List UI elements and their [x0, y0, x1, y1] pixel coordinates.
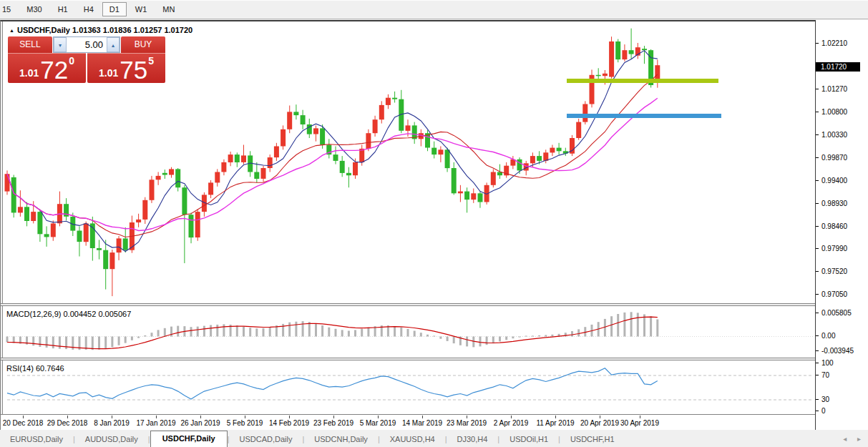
candle-body: [51, 223, 56, 237]
axis-label: 0.97050: [821, 290, 847, 298]
candle-body: [603, 74, 608, 76]
date-tick: [245, 416, 245, 418]
macd-histogram-bar: [439, 337, 442, 339]
rsi-chart-canvas[interactable]: [4, 360, 816, 414]
candle-body: [215, 172, 220, 183]
macd-histogram-bar: [321, 325, 323, 337]
macd-histogram-bar: [604, 319, 606, 337]
candle-body: [156, 176, 161, 180]
candle-body: [491, 172, 496, 185]
candle-body: [340, 161, 345, 173]
macd-histogram-bar: [545, 335, 547, 336]
tab-dj30-h4[interactable]: DJ30,H4: [447, 432, 498, 447]
ma-line-mid: [7, 74, 658, 237]
tab-usdoil-h1[interactable]: USDOil,H1: [499, 432, 558, 447]
hline-object[interactable]: [567, 114, 721, 118]
macd-histogram-bar: [361, 329, 363, 337]
macd-pane-splitter[interactable]: [1, 303, 816, 306]
macd-indicator-label: MACD(12,26,9) 0.004452 0.005067: [6, 310, 131, 318]
period-button-m30[interactable]: M30: [19, 2, 49, 16]
candle-body: [438, 149, 443, 154]
candle-body: [464, 192, 469, 200]
candle-body: [169, 169, 174, 175]
tab-scroll-left-icon[interactable]: ◂: [843, 435, 847, 443]
buy-price-prefix: 1.01: [99, 67, 118, 79]
macd-histogram-bar: [525, 336, 527, 337]
candle-body: [175, 169, 180, 187]
tab-scroll-right-icon[interactable]: ▸: [857, 435, 861, 443]
macd-histogram-bar: [630, 312, 633, 336]
buy-price-main: 75: [120, 59, 147, 81]
sell-button[interactable]: SELL: [8, 36, 52, 53]
macd-histogram-bar: [144, 335, 146, 337]
macd-histogram-bar: [643, 315, 645, 337]
axis-label: -0.003945: [821, 347, 854, 355]
timeframe-toolbar: 15M30H1H4D1W1MN: [0, 0, 868, 19]
candle-body: [392, 98, 397, 99]
axis-tick: [816, 112, 819, 112]
candle-body: [44, 234, 49, 237]
candle-body: [346, 173, 351, 175]
candle-body: [254, 172, 259, 180]
macd-histogram-bar: [203, 326, 205, 337]
candle-body: [353, 162, 358, 175]
axis-label: 0.97990: [821, 245, 847, 252]
tab-audusd-daily[interactable]: AUDUSD,Daily: [75, 432, 148, 447]
price-axis[interactable]: 1.022101.012701.008001.003300.998700.994…: [815, 20, 868, 430]
macd-histogram-bar: [453, 337, 455, 344]
macd-histogram-bar: [249, 328, 251, 336]
period-button-d1[interactable]: D1: [102, 2, 127, 16]
candle-body: [557, 148, 562, 152]
candle-body: [293, 112, 298, 115]
symbol-collapse-icon[interactable]: ▲: [9, 28, 14, 33]
macd-histogram-bar: [98, 337, 100, 350]
buy-price-button[interactable]: 1.01 75 5: [87, 53, 165, 83]
axis-tick: [816, 399, 819, 400]
candle-body: [84, 223, 89, 242]
candle-body: [373, 119, 378, 133]
macd-histogram-bar: [177, 326, 179, 337]
axis-tick: [816, 134, 819, 135]
volume-increase-icon[interactable]: ▴: [107, 37, 120, 52]
tab-usdchf-daily[interactable]: USDCHF,Daily: [150, 431, 228, 447]
period-button-15[interactable]: 15: [0, 2, 18, 16]
candle-body: [77, 231, 82, 242]
tab-usdcad-daily[interactable]: USDCAD,Daily: [229, 432, 302, 447]
period-button-h4[interactable]: H4: [77, 2, 101, 16]
tab-eurusd-daily[interactable]: EURUSD,Daily: [0, 432, 73, 447]
date-label: 20 Apr 2019: [580, 419, 619, 427]
tab-usdcnh-daily[interactable]: USDCNH,Daily: [304, 432, 378, 447]
chart-window: ▲USDCHF,Daily 1.01363 1.01836 1.01257 1.…: [0, 20, 868, 430]
hline-object[interactable]: [567, 79, 718, 83]
volume-decrease-icon[interactable]: ▾: [54, 37, 67, 52]
buy-price-pip: 5: [148, 55, 154, 67]
macd-histogram-bar: [243, 327, 245, 337]
sell-price-button[interactable]: 1.01 72 0: [8, 53, 86, 83]
period-button-h1[interactable]: H1: [51, 2, 75, 16]
candle-body: [406, 125, 411, 131]
macd-histogram-bar: [210, 325, 212, 337]
date-axis[interactable]: 20 Dec 201829 Dec 20188 Jan 201917 Jan 2…: [1, 416, 816, 431]
rsi-line: [7, 368, 658, 399]
candle-body: [37, 212, 42, 234]
volume-field[interactable]: [67, 37, 107, 52]
buy-button[interactable]: BUY: [121, 36, 165, 53]
date-label: 14 Mar 2019: [402, 419, 442, 427]
axis-tick: [816, 203, 819, 204]
symbol-header: ▲USDCHF,Daily 1.01363 1.01836 1.01257 1.…: [9, 26, 192, 34]
date-tick: [200, 416, 201, 418]
macd-histogram-bar: [656, 320, 658, 337]
period-button-w1[interactable]: W1: [128, 2, 155, 16]
macd-histogram-bar: [466, 337, 468, 347]
period-button-mn[interactable]: MN: [155, 2, 182, 16]
macd-histogram-bar: [269, 327, 271, 336]
axis-label: 1.02210: [821, 39, 847, 47]
macd-histogram-bar: [335, 329, 337, 337]
axis-tick: [816, 363, 819, 363]
date-tick: [378, 416, 379, 418]
candle-body: [162, 173, 167, 175]
ma-line-slow: [7, 98, 658, 230]
tab-usdchf-h1[interactable]: USDCHF,H1: [560, 432, 625, 447]
tab-xauusd-h4[interactable]: XAUUSD,H4: [380, 432, 445, 447]
macd-histogram-bar: [125, 337, 127, 343]
